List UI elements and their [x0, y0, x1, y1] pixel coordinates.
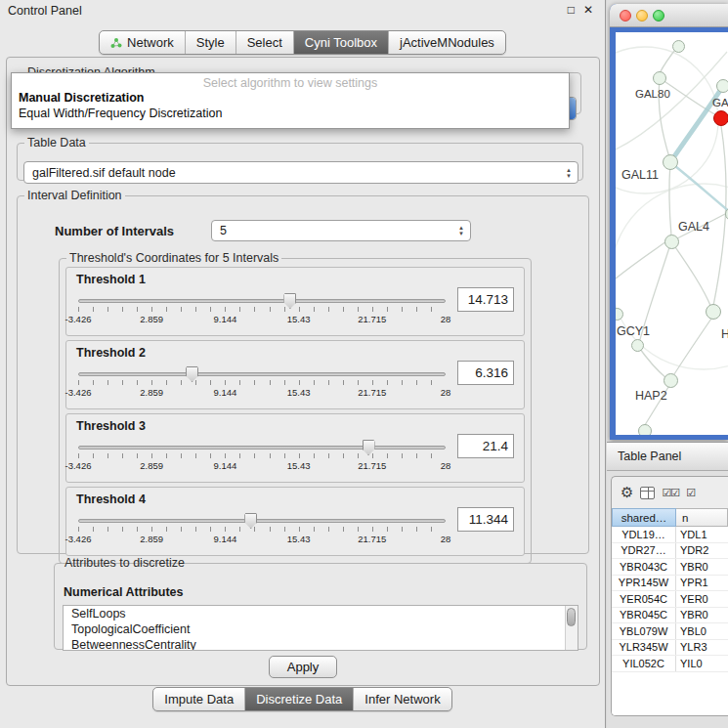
threshold-4-slider[interactable]: -3.4262.8599.14415.4321.71528: [78, 513, 446, 552]
option-equal-width-frequency[interactable]: Equal Width/Frequency Discretization: [12, 106, 569, 121]
threshold-2-value[interactable]: 6.316: [457, 361, 514, 385]
table-row[interactable]: YLR345WYLR3: [612, 640, 728, 657]
cell[interactable]: YER0: [676, 591, 728, 607]
tab-select[interactable]: Select: [236, 31, 294, 54]
slider-track[interactable]: [78, 372, 446, 376]
table-row[interactable]: YBR043CYBR0: [612, 559, 728, 576]
slider-ticks: [78, 527, 446, 532]
float-window-icon[interactable]: □: [568, 3, 575, 17]
column-header-shared[interactable]: shared…: [612, 508, 676, 527]
cell[interactable]: YBR0: [676, 608, 728, 623]
minimize-traffic-light-icon[interactable]: [636, 10, 648, 21]
cell[interactable]: YBR045C: [612, 608, 676, 623]
network-node[interactable]: [664, 373, 678, 388]
slider-track[interactable]: [78, 299, 446, 303]
tab-infer-network[interactable]: Infer Network: [354, 688, 450, 710]
control-panel-window: Control Panel □ ✕ Network Style Select C…: [0, 0, 606, 728]
tab-style[interactable]: Style: [186, 31, 236, 54]
tab-discretize-data[interactable]: Discretize Data: [245, 688, 354, 710]
network-node[interactable]: [653, 71, 666, 85]
zoom-traffic-light-icon[interactable]: [653, 10, 664, 21]
cell[interactable]: YDR27…: [612, 543, 676, 559]
slider-track[interactable]: [78, 446, 446, 450]
number-of-intervals-combobox[interactable]: 5 ▲▼: [211, 220, 471, 241]
network-canvas[interactable]: GAL80 GA GAL11 GAL4 GCY1 H HAP2: [616, 32, 728, 435]
threshold-2-slider[interactable]: -3.4262.8599.14415.4321.71528: [78, 366, 446, 406]
list-item[interactable]: SelfLoops: [64, 606, 578, 621]
cell[interactable]: YDR2: [676, 543, 728, 559]
control-panel-titlebar: Control Panel □ ✕: [0, 0, 605, 21]
close-icon[interactable]: ✕: [583, 3, 593, 17]
table-toolbar: ⚙ ☑☑ ☑: [612, 477, 728, 508]
threshold-1-slider[interactable]: -3.4262.8599.14415.4321.71528: [78, 293, 446, 332]
cell[interactable]: YBR043C: [612, 559, 676, 575]
list-item[interactable]: BetweennessCentrality: [64, 637, 578, 651]
numerical-attributes-list: SelfLoops TopologicalCoefficient Between…: [63, 605, 578, 651]
close-traffic-light-icon[interactable]: [620, 10, 631, 21]
threshold-label: Threshold 3: [76, 419, 146, 433]
node-label: GCY1: [617, 324, 650, 338]
select-column-icon[interactable]: ☑: [686, 487, 695, 499]
cell[interactable]: YIL0: [676, 656, 728, 671]
list-item[interactable]: TopologicalCoefficient: [64, 621, 578, 637]
network-node[interactable]: [672, 40, 685, 53]
cell[interactable]: YDL1: [676, 527, 728, 542]
combobox-stepper-icon[interactable]: ▲▼: [452, 221, 470, 240]
cell[interactable]: YBL0: [676, 623, 728, 639]
scrollbar-thumb[interactable]: [567, 608, 576, 626]
cell[interactable]: YDL19…: [612, 527, 676, 542]
tab-network[interactable]: Network: [100, 31, 186, 54]
network-node[interactable]: [631, 339, 644, 352]
tab-label: Discretize Data: [256, 692, 342, 707]
show-columns-icon[interactable]: [640, 487, 655, 499]
threshold-3-slider[interactable]: -3.4262.8599.14415.4321.71528: [78, 440, 446, 479]
table-header-row: shared… n: [612, 508, 728, 527]
cell[interactable]: YIL052C: [612, 656, 676, 671]
cell[interactable]: YPR145W: [612, 576, 676, 591]
apply-button[interactable]: Apply: [269, 656, 337, 678]
table-row[interactable]: YBL079WYBL0: [612, 623, 728, 640]
threshold-3-panel: Threshold 3 -3.4262.8599.14415.4321.7152…: [65, 413, 525, 483]
top-tab-bar: Network Style Select Cyni Toolbox jActiv…: [0, 30, 605, 55]
threshold-3-value[interactable]: 21.4: [457, 434, 514, 458]
table-row[interactable]: YDR27…YDR2: [612, 543, 728, 560]
table-row[interactable]: YDL19…YDL1: [612, 527, 728, 543]
table-data-combobox[interactable]: galFiltered.sif default node ▲▼: [23, 161, 578, 184]
network-window-titlebar[interactable]: [610, 4, 728, 27]
cell[interactable]: YLR3: [676, 640, 728, 656]
settings-gear-icon[interactable]: ⚙: [621, 484, 633, 501]
cell[interactable]: YER054C: [612, 591, 676, 607]
network-node[interactable]: [664, 235, 679, 249]
threshold-1-value[interactable]: 14.713: [457, 287, 514, 312]
network-node[interactable]: [638, 424, 652, 435]
column-header-name[interactable]: n: [676, 508, 728, 527]
group-label: Threshold's Coordinates for 5 Intervals: [66, 251, 281, 265]
network-node[interactable]: [663, 154, 678, 170]
threshold-label: Threshold 4: [76, 492, 146, 506]
option-manual-discretization[interactable]: Manual Discretization: [12, 90, 569, 106]
group-label: Attributes to discretize: [62, 556, 188, 570]
group-label: Interval Definition: [24, 189, 125, 202]
cell[interactable]: YBR0: [676, 559, 728, 575]
table-row[interactable]: YPR145WYPR1: [612, 576, 728, 592]
select-all-columns-icon[interactable]: ☑☑: [662, 487, 679, 499]
table-row[interactable]: YIL052CYIL0: [612, 656, 728, 672]
table-row[interactable]: YER054CYER0: [612, 591, 728, 608]
cell[interactable]: YLR345W: [612, 640, 676, 656]
table-row[interactable]: YBR045CYBR0: [612, 608, 728, 624]
tab-jactivemnodules[interactable]: jActiveMNodules: [389, 31, 505, 54]
tab-cyni-toolbox[interactable]: Cyni Toolbox: [294, 31, 389, 54]
combobox-stepper-icon[interactable]: ▲▼: [560, 162, 578, 183]
slider-track[interactable]: [78, 519, 446, 523]
threshold-label: Threshold 2: [76, 346, 146, 360]
list-scrollbar[interactable]: [565, 606, 578, 650]
cell[interactable]: YPR1: [676, 576, 728, 591]
network-node[interactable]: [716, 79, 728, 93]
threshold-4-value[interactable]: 11.344: [457, 507, 514, 532]
cell[interactable]: YBL079W: [612, 623, 676, 639]
network-node-selected-red[interactable]: [713, 110, 728, 126]
tab-impute-data[interactable]: Impute Data: [153, 688, 245, 710]
node-label: GA: [712, 97, 728, 108]
network-node[interactable]: [706, 304, 721, 320]
tab-label: Select: [247, 35, 282, 50]
